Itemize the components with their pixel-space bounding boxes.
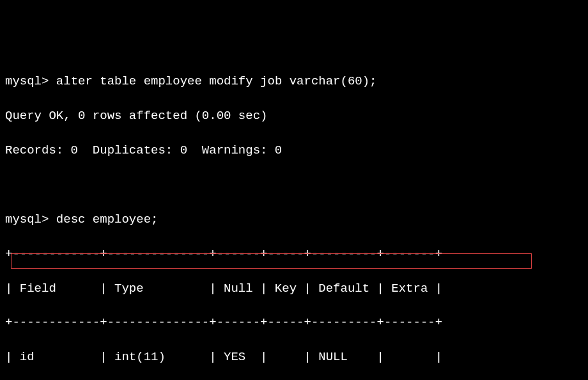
prompt-line-2: mysql> desc employee; [5,211,583,228]
sql-command-2: desc employee; [56,212,159,226]
query-result-2: Records: 0 Duplicates: 0 Warnings: 0 [5,142,583,159]
table-border-top: +------------+--------------+------+----… [5,246,583,263]
table-border-header: +------------+--------------+------+----… [5,314,583,331]
table-row: | id | int(11) | YES | | NULL | | [5,349,583,366]
blank-line [5,177,583,194]
mysql-prompt: mysql> [5,74,49,88]
sql-command-1: alter table employee modify job varchar(… [56,74,377,88]
mysql-prompt: mysql> [5,212,49,226]
prompt-line-1: mysql> alter table employee modify job v… [5,73,583,90]
table-header: | Field | Type | Null | Key | Default | … [5,280,583,297]
query-result-1: Query OK, 0 rows affected (0.00 sec) [5,107,583,125]
